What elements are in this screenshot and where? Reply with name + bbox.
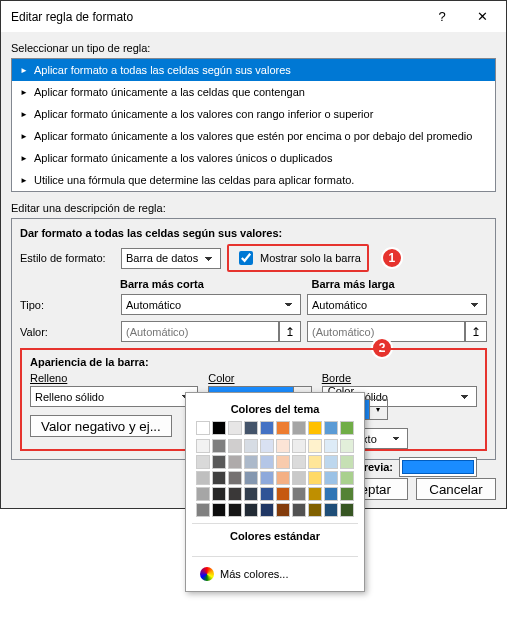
rule-item[interactable]: Utilice una fórmula que determine las ce…: [12, 169, 495, 191]
color-swatch[interactable]: [260, 439, 274, 453]
style-select[interactable]: Barra de datos: [121, 248, 221, 269]
color-swatch[interactable]: [292, 439, 306, 453]
close-button[interactable]: ✕: [462, 9, 502, 24]
color-swatch[interactable]: [212, 421, 226, 435]
value-label: Valor:: [20, 326, 115, 338]
color-swatch[interactable]: [228, 421, 242, 435]
fill-select[interactable]: Relleno sólido: [30, 386, 198, 407]
color-swatch[interactable]: [196, 487, 210, 501]
color-swatch[interactable]: [228, 455, 242, 469]
desc-title: Dar formato a todas las celdas según sus…: [20, 227, 487, 239]
color-swatch[interactable]: [340, 471, 354, 485]
color-swatch[interactable]: [324, 421, 338, 435]
color-swatch[interactable]: [244, 439, 258, 453]
preview-box: [399, 457, 477, 477]
color-swatch[interactable]: [276, 439, 290, 453]
color-swatch[interactable]: [260, 471, 274, 485]
color-swatch[interactable]: [340, 487, 354, 501]
color-swatch[interactable]: [324, 439, 338, 453]
color-swatch[interactable]: [244, 455, 258, 469]
color-swatch[interactable]: [276, 455, 290, 469]
color-swatch[interactable]: [260, 421, 274, 435]
callout-1: 1: [381, 247, 403, 269]
color-swatch[interactable]: [212, 487, 226, 501]
negative-button[interactable]: Valor negativo y ej...: [30, 415, 172, 437]
color-swatch[interactable]: [196, 455, 210, 469]
color-swatch[interactable]: [244, 421, 258, 435]
color-swatch[interactable]: [292, 487, 306, 501]
color-swatch[interactable]: [260, 487, 274, 501]
color-swatch[interactable]: [196, 471, 210, 485]
color-swatch[interactable]: [228, 471, 242, 485]
color-swatch[interactable]: [340, 503, 354, 509]
theme-colors-header: Colores del tema: [192, 403, 358, 415]
color-swatch[interactable]: [324, 471, 338, 485]
color-swatch[interactable]: [244, 471, 258, 485]
rule-item[interactable]: Aplicar formato a todas las celdas según…: [12, 59, 495, 81]
rule-desc-label: Editar una descripción de regla:: [11, 202, 496, 214]
color-swatch[interactable]: [308, 487, 322, 501]
border-label: Borde: [322, 372, 477, 384]
rule-item[interactable]: Aplicar formato únicamente a los valores…: [12, 103, 495, 125]
color-swatch[interactable]: [292, 421, 306, 435]
ref-picker-icon[interactable]: ↥: [279, 321, 301, 342]
color-swatch[interactable]: [212, 503, 226, 509]
color-swatch[interactable]: [276, 487, 290, 501]
color-swatch[interactable]: [228, 439, 242, 453]
color-swatch[interactable]: [324, 487, 338, 501]
titlebar: Editar regla de formato ? ✕: [1, 1, 506, 32]
color-swatch[interactable]: [196, 503, 210, 509]
color-swatch[interactable]: [276, 421, 290, 435]
color-swatch[interactable]: [196, 421, 210, 435]
theme-color-row: [192, 421, 358, 435]
color-swatch[interactable]: [308, 455, 322, 469]
fill-color-label: Color: [208, 372, 312, 384]
style-label: Estilo de formato:: [20, 252, 115, 264]
color-swatch[interactable]: [308, 471, 322, 485]
color-swatch[interactable]: [244, 487, 258, 501]
color-swatch[interactable]: [324, 503, 338, 509]
type-long-select[interactable]: Automático: [307, 294, 487, 315]
color-swatch[interactable]: [244, 503, 258, 509]
rule-item[interactable]: Aplicar formato únicamente a los valores…: [12, 125, 495, 147]
color-swatch[interactable]: [276, 503, 290, 509]
color-swatch[interactable]: [292, 503, 306, 509]
short-bar-header: Barra más corta: [120, 278, 296, 290]
color-swatch[interactable]: [292, 455, 306, 469]
rule-type-list[interactable]: Aplicar formato a todas las celdas según…: [11, 58, 496, 192]
color-swatch[interactable]: [228, 503, 242, 509]
color-swatch[interactable]: [276, 471, 290, 485]
rule-type-label: Seleccionar un tipo de regla:: [11, 42, 496, 54]
color-picker-popup: Colores del tema Colores estándar Más co…: [185, 392, 365, 509]
rule-item[interactable]: Aplicar formato únicamente a los valores…: [12, 147, 495, 169]
value-short-input[interactable]: [121, 321, 279, 342]
color-swatch[interactable]: [308, 439, 322, 453]
color-swatch[interactable]: [308, 421, 322, 435]
long-bar-header: Barra más larga: [312, 278, 488, 290]
color-swatch[interactable]: [212, 455, 226, 469]
color-swatch[interactable]: [228, 487, 242, 501]
rule-item[interactable]: Aplicar formato únicamente a las celdas …: [12, 81, 495, 103]
show-bar-checkbox[interactable]: [239, 251, 253, 265]
color-swatch[interactable]: [324, 455, 338, 469]
color-swatch[interactable]: [212, 471, 226, 485]
type-short-select[interactable]: Automático: [121, 294, 301, 315]
color-swatch[interactable]: [340, 439, 354, 453]
color-swatch[interactable]: [292, 471, 306, 485]
appearance-title: Apariencia de la barra:: [30, 356, 477, 368]
color-swatch[interactable]: [340, 421, 354, 435]
dialog-title: Editar regla de formato: [11, 10, 422, 24]
fill-label: Relleno: [30, 372, 198, 384]
show-bar-label: Mostrar solo la barra: [260, 252, 361, 264]
color-swatch[interactable]: [260, 455, 274, 469]
color-swatch[interactable]: [308, 503, 322, 509]
help-button[interactable]: ?: [422, 9, 462, 24]
color-swatch[interactable]: [196, 439, 210, 453]
color-swatch[interactable]: [340, 455, 354, 469]
show-bar-wrap[interactable]: Mostrar solo la barra: [227, 244, 369, 272]
ref-picker-icon[interactable]: ↥: [465, 321, 487, 342]
color-swatch[interactable]: [212, 439, 226, 453]
color-swatch[interactable]: [260, 503, 274, 509]
cancel-button[interactable]: Cancelar: [416, 478, 496, 500]
type-label: Tipo:: [20, 299, 115, 311]
